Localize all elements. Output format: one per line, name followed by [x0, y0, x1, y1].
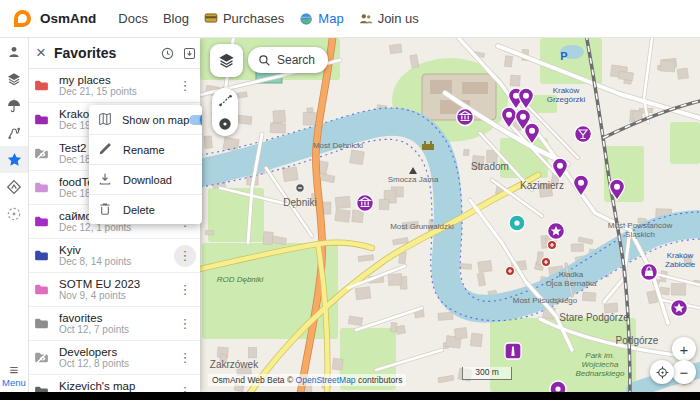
- water-poi-marker[interactable]: [509, 215, 525, 231]
- plan-route-icon: [6, 206, 22, 222]
- group-meta: Dec 21, 15 points: [59, 86, 174, 97]
- point-marker-button[interactable]: [215, 114, 235, 134]
- my-location-button[interactable]: [650, 360, 674, 384]
- map-label: Dębniki: [283, 197, 316, 208]
- hospital-marker[interactable]: [541, 257, 550, 266]
- group-options-button[interactable]: ⋮: [174, 279, 196, 301]
- sidebar-item-layers[interactable]: [0, 65, 28, 92]
- nav-link-docs[interactable]: Docs: [118, 11, 148, 26]
- map-label: P: [560, 50, 567, 62]
- favorite-star-marker[interactable]: [548, 223, 565, 240]
- import-icon[interactable]: [178, 46, 200, 61]
- dark-circle-icon: [217, 116, 233, 132]
- hamburger-menu-icon[interactable]: ≡: [0, 363, 28, 377]
- favorites-group-row[interactable]: Kizevich's mapOct 10, 20 points⋮: [28, 375, 200, 392]
- shop-marker[interactable]: [641, 264, 658, 281]
- nav-link-label: Join us: [378, 11, 419, 26]
- map-label: Kraków: [553, 86, 580, 95]
- map-search-button[interactable]: Search: [248, 47, 328, 73]
- nav-link-label: Blog: [163, 11, 189, 26]
- map-label: Smocza Jama: [388, 175, 439, 184]
- nav-link-label: Docs: [118, 11, 148, 26]
- join-us-icon: [359, 12, 373, 26]
- brand-title: OsmAnd: [40, 11, 96, 26]
- folder-icon: [34, 113, 50, 126]
- group-options-button[interactable]: ⋮: [174, 313, 196, 335]
- favorites-group-row[interactable]: SOTM EU 2023Nov 9, 4 points⋮: [28, 273, 200, 307]
- favorites-group-row[interactable]: favoritesOct 12, 7 points⋮: [28, 307, 200, 341]
- show-on-map-toggle[interactable]: [189, 115, 202, 125]
- favorite-star-marker[interactable]: [671, 300, 688, 317]
- zoom-out-button[interactable]: −: [672, 360, 696, 384]
- map-label: Stradom: [471, 161, 509, 172]
- rename-item[interactable]: Rename: [89, 134, 202, 164]
- map-globe-icon: [299, 12, 313, 26]
- group-name: SOTM EU 2023: [59, 278, 174, 290]
- close-panel-button[interactable]: ×: [28, 39, 54, 67]
- poi-marker[interactable]: [550, 381, 566, 392]
- sidebar-item-account[interactable]: [0, 38, 28, 65]
- monument-marker[interactable]: [505, 343, 521, 359]
- sidebar-item-favorites[interactable]: [0, 146, 28, 173]
- group-name: Developers: [59, 346, 174, 358]
- map-tools: [212, 88, 238, 136]
- map-container: Most DębnickiDębnikiSmocza JamaMost Grun…: [200, 38, 700, 392]
- folder-icon: [34, 215, 50, 228]
- menu-button[interactable]: Menu: [0, 377, 28, 388]
- bar-marker[interactable]: [575, 126, 592, 143]
- nav-link-blog[interactable]: Blog: [163, 11, 189, 26]
- group-options-button[interactable]: ⋮: [174, 245, 196, 267]
- nav-link-map[interactable]: Map: [299, 11, 343, 26]
- letterbox-bar: [0, 392, 700, 400]
- show-on-map-item[interactable]: Show on map: [89, 105, 202, 134]
- group-options-button[interactable]: ⋮: [174, 381, 196, 393]
- pencil-icon: [97, 141, 114, 158]
- map-label: Ojca Bernatka: [546, 279, 597, 288]
- sidebar-item-plan-route[interactable]: [0, 200, 28, 227]
- hospital-marker[interactable]: [547, 240, 556, 249]
- download-item[interactable]: Download: [89, 164, 202, 194]
- transit-marker[interactable]: [296, 184, 304, 192]
- history-icon[interactable]: [156, 46, 178, 61]
- map-label: Most Powstańców: [608, 221, 673, 230]
- attribution-suffix: contributors: [356, 375, 403, 385]
- map-label: Podgórze: [616, 335, 659, 346]
- purchases-icon: [204, 12, 218, 26]
- delete-item[interactable]: Delete: [89, 194, 202, 224]
- download-icon: [97, 171, 114, 188]
- favorites-group-row[interactable]: DevelopersOct 12, 8 points⋮: [28, 341, 200, 375]
- map-canvas[interactable]: Most DębnickiDębnikiSmocza JamaMost Grun…: [200, 38, 700, 392]
- osmand-logo-icon[interactable]: [14, 10, 31, 27]
- folder-icon: [34, 283, 50, 296]
- sidebar-item-navigation[interactable]: [0, 173, 28, 200]
- hidden-folder-icon: [34, 147, 50, 160]
- map-label: Most Dębnicki: [313, 141, 363, 150]
- rename-label: Rename: [123, 144, 194, 156]
- plan-route-button[interactable]: [215, 90, 235, 110]
- map-label: Bednarskiego: [576, 369, 625, 378]
- museum-marker[interactable]: [457, 109, 474, 126]
- favorites-group-row[interactable]: KyivDec 8, 14 points⋮: [28, 239, 200, 273]
- map-layers-button[interactable]: [210, 44, 243, 77]
- map-attribution: OsmAnd Web Beta © OpenStreetMap contribu…: [208, 374, 406, 386]
- map-label: Kraków: [667, 251, 694, 260]
- hospital-marker[interactable]: [505, 266, 514, 275]
- nav-link-join-us[interactable]: Join us: [359, 11, 419, 26]
- folder-icon: [34, 385, 50, 392]
- sidebar-item-weather[interactable]: [0, 92, 28, 119]
- sidebar-item-tracks[interactable]: [0, 119, 28, 146]
- folder-icon: [34, 181, 50, 194]
- folder-icon: [34, 317, 50, 330]
- openstreetmap-link[interactable]: OpenStreetMap: [296, 375, 356, 385]
- nav-link-purchases[interactable]: Purchases: [204, 11, 284, 26]
- favorites-group-row[interactable]: my placesDec 21, 15 points⋮: [28, 69, 200, 103]
- group-options-button[interactable]: ⋮: [174, 347, 196, 369]
- zoom-in-button[interactable]: +: [672, 337, 696, 361]
- group-options-button[interactable]: ⋮: [174, 75, 196, 97]
- museum-marker[interactable]: [357, 195, 374, 212]
- top-navbar: OsmAnd DocsBlogPurchasesMapJoin us: [0, 0, 700, 38]
- group-name: favorites: [59, 312, 174, 324]
- left-sidebar: ≡ Menu: [0, 38, 29, 392]
- map-label: Zakrzówek: [210, 359, 259, 370]
- show-on-map-label: Show on map: [122, 114, 189, 126]
